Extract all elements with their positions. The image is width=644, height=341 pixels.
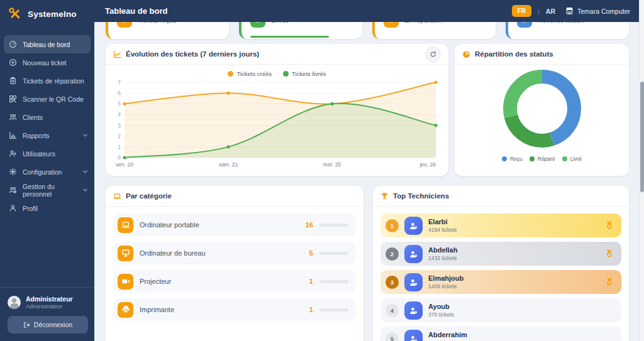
tickets-line-chart: 01234567ven. 20sam. 21mer. 25jeu. 26 [111, 77, 443, 171]
sidebar-item-configuration[interactable]: Configuration [0, 163, 94, 181]
technician-row-abderrahim[interactable]: 5 Abderrahim 254 tickets [380, 327, 621, 341]
user-icon [9, 204, 17, 212]
lang-ar-button[interactable]: AR [546, 8, 555, 15]
logout-label: Déconnexion [34, 321, 72, 328]
technician-avatar-icon [404, 330, 423, 341]
users-icon [9, 113, 17, 121]
sidebar: Systemelno Tableau de bord Nouveau ticke… [0, 0, 94, 341]
line-chart-icon [113, 50, 121, 58]
category-row-laptop[interactable]: Ordinateur portable 16 [113, 214, 356, 236]
technician-tickets: 4194 tickets [428, 227, 457, 233]
sidebar-item-clients[interactable]: Clients [0, 108, 94, 126]
sidebar-item-label: Clients [23, 114, 43, 121]
legend-label: Tickets créés [236, 70, 272, 77]
svg-text:5: 5 [118, 100, 121, 107]
laptop-icon [113, 192, 121, 200]
svg-text:0: 0 [118, 154, 121, 161]
sidebar-item-label: Rapports [23, 132, 50, 139]
category-row-printer[interactable]: Imprimante 1 [113, 298, 356, 321]
chevron-down-icon [82, 133, 88, 138]
user-role: Administrateur [26, 303, 73, 310]
main-content: Tickets reçus Livrés En réparation Reven… [94, 0, 639, 341]
top-bar: Tableau de bord FR | AR Temara Computer [94, 0, 639, 22]
sidebar-menu: Tableau de bord Nouveau ticket Tickets d… [0, 35, 94, 217]
legend-dot [228, 71, 233, 77]
technician-row-elmahjoub[interactable]: 3 Elmahjoub 1406 tickets [380, 270, 621, 294]
app-window: Systemelno Tableau de bord Nouveau ticke… [0, 0, 644, 341]
category-row-desktop[interactable]: Ordinateur de bureau 5 [113, 242, 356, 264]
technician-avatar-icon [404, 301, 423, 320]
rank-badge: 2 [386, 247, 399, 261]
stat-progress [250, 36, 329, 38]
desktop-icon [118, 246, 133, 261]
store-name: Temara Computer [577, 8, 630, 15]
svg-text:4: 4 [118, 111, 121, 117]
medal-icon [605, 249, 614, 258]
chart-legend: Tickets créés Tickets livrés [106, 65, 448, 77]
technician-row-elarbi[interactable]: 1 Elarbi 4194 tickets [380, 214, 621, 237]
svg-text:2: 2 [118, 133, 121, 139]
laptop-icon [118, 217, 133, 233]
svg-text:6: 6 [118, 90, 121, 96]
legend-label: Reçu [510, 156, 523, 162]
card-header: Par catégorie [106, 186, 364, 207]
page-title: Tableau de bord [105, 6, 167, 16]
technician-row-abdellah[interactable]: 2 Abdellah 1432 tickets [380, 242, 621, 266]
rank-badge: 3 [386, 276, 399, 289]
lang-fr-button[interactable]: FR [512, 5, 531, 17]
category-row-video[interactable]: Projecteur 1 [113, 270, 356, 293]
sidebar-item-tickets-de-r-paration[interactable]: Tickets de réparation [0, 72, 94, 90]
sidebar-item-utilisateurs[interactable]: Utilisateurs [0, 144, 94, 163]
svg-text:jeu. 26: jeu. 26 [419, 161, 436, 168]
sidebar-item-profil[interactable]: Profil [0, 199, 94, 217]
sidebar-item-label: Tickets de réparation [23, 77, 84, 85]
qr-icon [9, 95, 17, 103]
sidebar-item-rapports[interactable]: Rapports [0, 126, 94, 144]
sidebar-item-nouveau-ticket[interactable]: Nouveau ticket [0, 53, 94, 72]
categories-title: Par catégorie [126, 192, 172, 200]
pie-chart-icon [462, 50, 470, 58]
refresh-button[interactable] [425, 46, 441, 62]
sidebar-item-scanner-le-qr-code[interactable]: Scanner le QR Code [0, 90, 94, 108]
medal-icon [605, 278, 614, 286]
sidebar-item-label: Gestion du personnel [23, 183, 77, 198]
sidebar-item-label: Configuration [23, 168, 62, 176]
user-name: Administrateur [26, 295, 73, 303]
donut-legend: Reçu Réparé Livré [502, 156, 582, 162]
clipboard-icon [9, 77, 17, 85]
technician-name: Abderrahim [428, 331, 467, 340]
categories-card: Par catégorie Ordinateur portable 16 Ord… [106, 186, 364, 341]
scrollbar-thumb[interactable] [640, 82, 644, 192]
category-value: 5 [309, 249, 313, 257]
gear-icon [9, 168, 17, 176]
status-donut-chart [495, 65, 589, 154]
printer-icon [118, 302, 133, 318]
svg-text:ven. 20: ven. 20 [116, 161, 133, 168]
technician-name: Ayoub [428, 303, 454, 311]
technician-row-ayoub[interactable]: 4 Ayoub 370 tickets [380, 298, 621, 322]
technician-avatar-icon [404, 273, 423, 291]
chevron-down-icon [82, 187, 88, 193]
sidebar-user-section: Administrateur Administrateur Déconnexio… [0, 287, 94, 341]
user-block: Administrateur Administrateur [8, 295, 88, 310]
sidebar-item-tableau-de-bord[interactable]: Tableau de bord [4, 35, 91, 53]
technicians-title: Top Techniciens [393, 192, 449, 200]
sidebar-item-label: Nouveau ticket [23, 59, 66, 67]
chart-title: Évolution des tickets (7 derniers jours) [126, 50, 259, 58]
logout-button[interactable]: Déconnexion [8, 316, 88, 333]
category-progress-bar [319, 280, 348, 283]
brand: Systemelno [0, 0, 94, 29]
sidebar-item-label: Profil [23, 205, 38, 212]
legend-label: Tickets livrés [292, 70, 326, 77]
category-progress-bar [319, 308, 348, 311]
trophy-icon [380, 192, 389, 200]
gauge-icon [9, 40, 17, 48]
legend-dot [283, 71, 289, 77]
sidebar-item-label: Utilisateurs [23, 150, 55, 158]
lang-separator: | [538, 8, 540, 15]
technician-name: Elmahjoub [428, 274, 464, 283]
legend-label: Livré [570, 156, 582, 162]
sidebar-item-gestion-du-personnel[interactable]: Gestion du personnel [0, 181, 94, 199]
legend-label: Réparé [538, 156, 555, 162]
vertical-scrollbar[interactable] [639, 0, 644, 341]
